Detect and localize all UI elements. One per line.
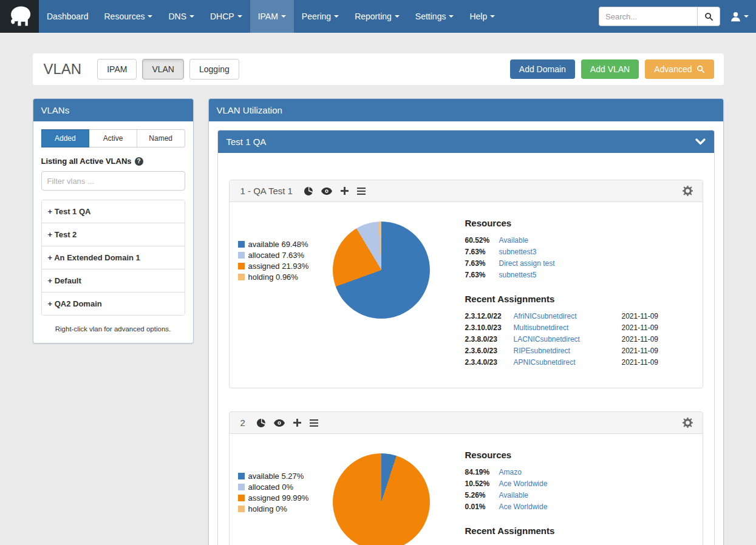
eye-icon[interactable] bbox=[321, 188, 332, 195]
vlan-list-item[interactable]: + QA2 Domain bbox=[42, 292, 185, 315]
vlan-section-content: available 5.27% allocated 0% assigned 99… bbox=[230, 434, 703, 545]
user-menu[interactable] bbox=[730, 11, 749, 22]
nav-item[interactable]: Dashboard bbox=[39, 0, 97, 33]
search-input[interactable] bbox=[599, 7, 697, 26]
vlan-utilization-title: VLAN Utilization bbox=[209, 99, 723, 121]
assignment-row: 2.3.6.0/23 RIPEsubnetdirect 2021-11-09 bbox=[465, 347, 669, 355]
nav-item[interactable]: Help bbox=[461, 0, 503, 33]
resource-link[interactable]: subnettest3 bbox=[499, 248, 537, 256]
legend-label: holding 0% bbox=[248, 504, 287, 513]
resource-link[interactable]: Direct assign test bbox=[499, 259, 555, 268]
legend-label: assigned 99.99% bbox=[248, 493, 309, 503]
vlan-list-item[interactable]: + An Extended Domain 1 bbox=[42, 246, 185, 269]
nav-item-label: Resources bbox=[104, 12, 145, 21]
help-icon[interactable]: ? bbox=[135, 157, 143, 166]
page-title: VLAN bbox=[44, 61, 82, 78]
section-details: Resources 60.52% Available 7.63% bbox=[465, 218, 669, 370]
nav-item-label: Dashboard bbox=[47, 12, 89, 21]
legend-item: allocated 7.63% bbox=[238, 251, 333, 260]
view-tab[interactable]: VLAN bbox=[142, 59, 184, 80]
assignment-link[interactable]: APNICsubnetdirect bbox=[514, 358, 622, 367]
top-navbar: Dashboard Resources DNS DHCP IPAM Peerin… bbox=[0, 0, 756, 33]
resource-row: 7.63% Direct assign test bbox=[465, 259, 669, 268]
plus-icon[interactable] bbox=[293, 419, 301, 427]
nav-item-label: Reporting bbox=[355, 12, 392, 21]
app-logo[interactable] bbox=[0, 0, 39, 33]
vlan-section-name: 2 bbox=[240, 418, 245, 428]
menu-icon[interactable] bbox=[310, 419, 318, 427]
assignment-link[interactable]: LACNICsubnetdirect bbox=[514, 335, 622, 344]
assignment-date: 2021-11-09 bbox=[622, 312, 659, 320]
assignment-cidr: 2.3.12.0/22 bbox=[465, 312, 514, 320]
vlan-filter-input[interactable] bbox=[41, 171, 185, 191]
view-tab[interactable]: Logging bbox=[189, 59, 239, 80]
caret-down-icon bbox=[237, 15, 242, 18]
resource-link[interactable]: Amazo bbox=[499, 468, 522, 476]
resources-title: Resources bbox=[465, 218, 669, 228]
assignments-title: Recent Assignments bbox=[465, 526, 669, 536]
legend-swatch bbox=[238, 506, 245, 512]
resource-link[interactable]: Available bbox=[499, 491, 528, 499]
resources-list: 60.52% Available 7.63% subnettest3 7.63% bbox=[465, 236, 669, 279]
vlans-panel-title: VLANs bbox=[33, 99, 193, 121]
resource-link[interactable]: Available bbox=[499, 236, 528, 245]
utilization-pie-chart bbox=[333, 453, 430, 545]
vlan-list-item[interactable]: + Default bbox=[42, 269, 185, 292]
nav-item[interactable]: DNS bbox=[160, 0, 202, 33]
action-button[interactable]: Add VLAN bbox=[581, 59, 639, 79]
pie-chart-icon[interactable] bbox=[257, 419, 265, 427]
nav-item-label: DHCP bbox=[210, 12, 234, 21]
gear-icon[interactable] bbox=[683, 418, 693, 428]
resource-percent: 60.52% bbox=[465, 236, 499, 245]
vlan-filter-tab[interactable]: Added bbox=[41, 129, 90, 147]
resource-link[interactable]: Ace Worldwide bbox=[499, 479, 548, 488]
vlan-list-item[interactable]: + Test 1 QA bbox=[42, 200, 185, 223]
resource-row: 0.01% Ace Worldwide bbox=[465, 503, 669, 511]
resource-link[interactable]: Ace Worldwide bbox=[499, 503, 548, 511]
menu-icon[interactable] bbox=[357, 188, 366, 195]
nav-item[interactable]: Resources bbox=[97, 0, 161, 33]
pie-chart-icon[interactable] bbox=[304, 187, 313, 195]
nav-item[interactable]: Reporting bbox=[347, 0, 407, 33]
nav-item-label: Help bbox=[469, 12, 487, 21]
assignment-link[interactable]: Multisubnetdirect bbox=[514, 323, 622, 332]
vlan-section-header: 1 - QA Test 1 bbox=[230, 180, 703, 202]
nav-item[interactable]: Settings bbox=[407, 0, 462, 33]
resource-link[interactable]: subnettest5 bbox=[499, 271, 537, 279]
gear-icon[interactable] bbox=[683, 186, 693, 196]
caret-down-icon bbox=[395, 15, 400, 18]
sidebar-hint: Right-click vlan for advanced options. bbox=[41, 325, 185, 333]
vlan-filter-group: AddedActiveNamed bbox=[41, 129, 185, 147]
domain-header[interactable]: Test 1 QA bbox=[218, 130, 714, 153]
view-tab[interactable]: IPAM bbox=[97, 59, 137, 80]
search-icon bbox=[696, 65, 705, 73]
assignment-link[interactable]: AfriNICsubnetdirect bbox=[514, 312, 622, 320]
utilization-pie-chart bbox=[333, 222, 430, 319]
nav-item-label: Settings bbox=[415, 12, 446, 21]
search-button[interactable] bbox=[697, 7, 720, 26]
nav-item[interactable]: DHCP bbox=[202, 0, 250, 33]
assignment-link[interactable]: RIPEsubnetdirect bbox=[514, 347, 622, 355]
eye-icon[interactable] bbox=[274, 419, 285, 427]
action-button-label: Advanced bbox=[654, 64, 692, 74]
nav-item[interactable]: Peering bbox=[294, 0, 347, 33]
vlan-list-item[interactable]: + Test 2 bbox=[42, 223, 185, 246]
vlan-filter-tab[interactable]: Named bbox=[137, 129, 185, 147]
legend-swatch bbox=[238, 252, 245, 259]
resource-row: 7.63% subnettest5 bbox=[465, 271, 669, 279]
domain-title: Test 1 QA bbox=[226, 137, 267, 147]
nav-item[interactable]: IPAM bbox=[250, 0, 294, 33]
legend-label: assigned 21.93% bbox=[248, 262, 309, 271]
vlan-filter-tab[interactable]: Active bbox=[89, 129, 137, 147]
vlans-panel: VLANs AddedActiveNamed Listing all Activ… bbox=[33, 98, 194, 344]
legend-label: available 69.48% bbox=[248, 240, 308, 249]
action-button[interactable]: Advanced bbox=[645, 59, 713, 79]
resource-percent: 5.26% bbox=[465, 491, 499, 499]
resource-percent: 7.63% bbox=[465, 248, 499, 256]
caret-down-icon bbox=[189, 15, 194, 18]
assignment-cidr: 2.3.6.0/23 bbox=[465, 347, 514, 355]
global-search bbox=[599, 7, 720, 26]
plus-icon[interactable] bbox=[341, 187, 349, 195]
action-button[interactable]: Add Domain bbox=[510, 59, 575, 79]
vlan-list: + Test 1 QA+ Test 2+ An Extended Domain … bbox=[41, 200, 185, 316]
